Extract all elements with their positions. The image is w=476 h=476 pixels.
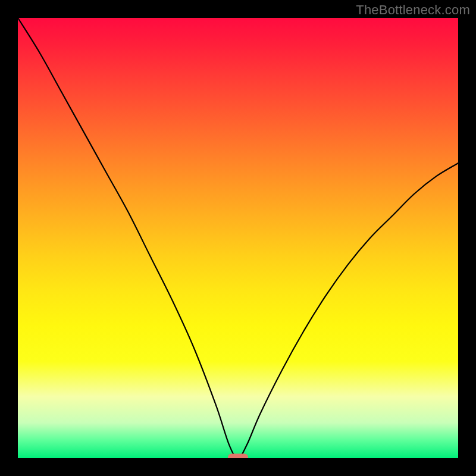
chart-frame: TheBottleneck.com — [0, 0, 476, 476]
optimal-marker — [228, 454, 248, 459]
curve-layer — [18, 18, 458, 458]
plot-area — [18, 18, 458, 458]
bottleneck-curve — [18, 18, 458, 458]
watermark-text: TheBottleneck.com — [356, 2, 470, 18]
